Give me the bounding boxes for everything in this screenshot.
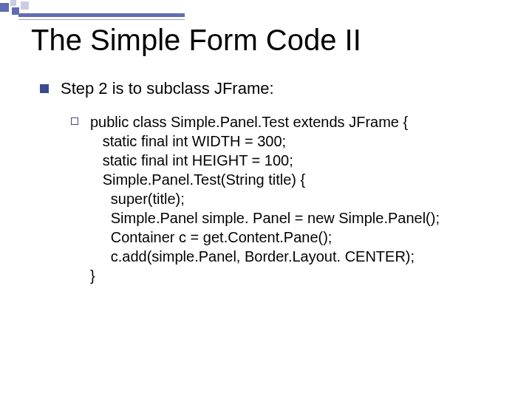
code-block: public class Simple.Panel.Test extends J… bbox=[90, 112, 440, 285]
slide-content: Step 2 is to subclass JFrame: public cla… bbox=[40, 78, 502, 285]
bullet-level1-text: Step 2 is to subclass JFrame: bbox=[61, 78, 274, 99]
square-bullet-icon bbox=[40, 84, 49, 93]
hollow-square-bullet-icon bbox=[71, 117, 78, 125]
slide-title: The Simple Form Code II bbox=[31, 24, 361, 57]
slide: The Simple Form Code II Step 2 is to sub… bbox=[0, 0, 532, 399]
corner-decoration bbox=[0, 0, 185, 21]
bullet-level1: Step 2 is to subclass JFrame: bbox=[40, 78, 502, 99]
bullet-level2: public class Simple.Panel.Test extends J… bbox=[71, 112, 502, 285]
